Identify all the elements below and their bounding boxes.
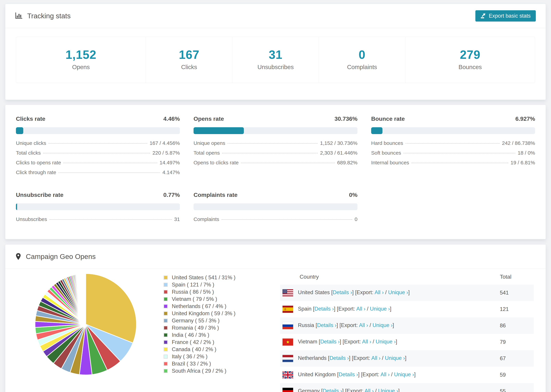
details-link[interactable]: Details › bbox=[315, 306, 334, 312]
tracking-stats-title: Tracking stats bbox=[15, 12, 71, 20]
legend-item-south-africa[interactable]: South Africa ( 29 / 2% ) bbox=[164, 367, 259, 375]
rate-value: 4.46% bbox=[163, 115, 180, 122]
rate-row-complaints: Complaints0 bbox=[194, 216, 357, 226]
leader-dots bbox=[241, 163, 335, 163]
rate-row-value: 14.497% bbox=[160, 160, 180, 166]
bracket: [ bbox=[316, 322, 317, 328]
us-flag-icon bbox=[283, 289, 293, 296]
rate-title: Clicks rate bbox=[16, 115, 45, 122]
total-value: 59 bbox=[500, 367, 534, 383]
legend-label: Canada ( 40 / 2% ) bbox=[172, 346, 216, 352]
export-unique-link[interactable]: Unique › bbox=[394, 371, 414, 378]
rate-row-value: 220 / 5.87% bbox=[152, 150, 180, 156]
export-all-link[interactable]: All › bbox=[359, 322, 368, 328]
export-unique-link[interactable]: Unique › bbox=[373, 322, 393, 328]
progress-fill bbox=[16, 127, 23, 134]
bracket: ] [Export: bbox=[352, 289, 374, 295]
total-value: 121 bbox=[500, 301, 534, 317]
legend-label: Vietnam ( 79 / 5% ) bbox=[172, 296, 217, 302]
legend-swatch bbox=[164, 333, 168, 337]
legend-swatch bbox=[164, 311, 168, 315]
export-all-link[interactable]: All › bbox=[365, 388, 374, 392]
rate-row-label: Opens to clicks rate bbox=[194, 160, 239, 166]
export-all-link[interactable]: All › bbox=[362, 339, 371, 345]
export-basic-stats-button[interactable]: Export basic stats bbox=[475, 10, 536, 21]
leader-dots bbox=[63, 163, 157, 163]
details-link[interactable]: Details › bbox=[339, 371, 358, 378]
rate-rows: Hard bounces242 / 86.738%Soft bounces18 … bbox=[371, 140, 535, 169]
legend-item-canada[interactable]: Canada ( 40 / 2% ) bbox=[164, 346, 259, 353]
geo-pie-chart bbox=[5, 269, 139, 377]
total-value: 55 bbox=[500, 383, 534, 392]
legend-item-italy[interactable]: Italy ( 36 / 2% ) bbox=[164, 353, 259, 360]
legend-item-france[interactable]: France ( 42 / 2% ) bbox=[164, 339, 259, 346]
export-all-link[interactable]: All › bbox=[371, 355, 380, 361]
rate-title: Opens rate bbox=[194, 115, 224, 122]
export-unique-link[interactable]: Unique › bbox=[388, 289, 408, 295]
legend-item-vietnam[interactable]: Vietnam ( 79 / 5% ) bbox=[164, 295, 259, 303]
bracket: ] bbox=[408, 289, 410, 295]
rate-row-value: 0 bbox=[354, 216, 357, 222]
export-all-link[interactable]: All › bbox=[374, 289, 384, 295]
rate-row-total-clicks: Total clicks220 / 5.87% bbox=[16, 150, 180, 160]
rate-row-label: Complaints bbox=[194, 216, 219, 222]
export-all-link[interactable]: All › bbox=[356, 306, 365, 312]
bracket: ] bbox=[393, 322, 394, 328]
de-flag-icon bbox=[283, 388, 293, 392]
stats-row: 1,152Opens167Clicks31Unsubscribes0Compla… bbox=[16, 37, 535, 83]
rate-row-value: 4.147% bbox=[162, 169, 180, 175]
stat-value: 31 bbox=[232, 48, 319, 62]
rate-head: Unsubscribe rate0.77% bbox=[16, 192, 180, 198]
legend-item-spain[interactable]: Spain ( 121 / 7% ) bbox=[164, 281, 259, 288]
country-name: Spain bbox=[298, 306, 313, 312]
export-unique-link[interactable]: Unique › bbox=[385, 355, 405, 361]
geo-title: Campaign Geo Opens bbox=[26, 253, 96, 261]
legend-item-romania[interactable]: Romania ( 49 / 3% ) bbox=[164, 324, 259, 331]
progress-fill bbox=[194, 127, 244, 134]
rate-title: Complaints rate bbox=[194, 192, 238, 198]
rate-row-internal-bounces: Internal bounces19 / 6.81% bbox=[371, 160, 535, 169]
legend-label: South Africa ( 29 / 2% ) bbox=[172, 368, 226, 374]
rate-row-label: Internal bounces bbox=[371, 160, 409, 166]
legend-swatch bbox=[164, 340, 168, 344]
rate-row-value: 1,152 / 30.736% bbox=[320, 140, 357, 146]
details-link[interactable]: Details › bbox=[317, 322, 337, 328]
legend-item-brazil[interactable]: Brazil ( 33 / 2% ) bbox=[164, 360, 259, 367]
details-link[interactable]: Details › bbox=[329, 355, 349, 361]
rate-card-complaints-rate: Complaints rate0%Complaints0 bbox=[194, 192, 357, 226]
details-link[interactable]: Details › bbox=[323, 388, 342, 392]
details-link[interactable]: Details › bbox=[320, 339, 340, 345]
stat-value: 0 bbox=[319, 48, 405, 62]
legend-label: Italy ( 36 / 2% ) bbox=[172, 354, 207, 360]
legend-item-india[interactable]: India ( 46 / 3% ) bbox=[164, 331, 259, 339]
bracket: ] bbox=[414, 371, 416, 378]
export-unique-link[interactable]: Unique › bbox=[378, 388, 398, 392]
country-cell: United Kingdom [Details ›] [Export: All … bbox=[280, 367, 500, 383]
legend-item-germany[interactable]: Germany ( 55 / 3% ) bbox=[164, 317, 259, 324]
export-all-link[interactable]: All › bbox=[380, 371, 389, 378]
stat-value: 1,152 bbox=[16, 48, 146, 62]
rate-rows: Unique opens1,152 / 30.736%Total opens2,… bbox=[194, 140, 357, 169]
tracking-stats-panel: Tracking stats Export basic stats 1,152O… bbox=[5, 4, 546, 100]
export-unique-link[interactable]: Unique › bbox=[370, 306, 390, 312]
legend-item-united-states[interactable]: United States ( 541 / 31% ) bbox=[164, 274, 259, 281]
legend-item-russia[interactable]: Russia ( 86 / 5% ) bbox=[164, 288, 259, 295]
details-link[interactable]: Details › bbox=[333, 289, 352, 295]
stat-card-unsubscribes: 31Unsubscribes bbox=[232, 37, 319, 83]
slash: / bbox=[368, 322, 373, 328]
rate-row-label: Hard bounces bbox=[371, 140, 403, 146]
rate-value: 30.736% bbox=[335, 115, 357, 122]
rate-value: 6.927% bbox=[516, 115, 535, 122]
legend-swatch bbox=[164, 319, 168, 323]
legend-item-united-kingdom[interactable]: United Kingdom ( 59 / 3% ) bbox=[164, 310, 259, 317]
stat-label: Opens bbox=[16, 64, 146, 70]
gb-flag-icon bbox=[283, 371, 293, 378]
country-name: Germany bbox=[298, 388, 321, 392]
legend-swatch bbox=[164, 326, 168, 330]
export-unique-link[interactable]: Unique › bbox=[376, 339, 396, 345]
bracket: ] [Export: bbox=[349, 355, 371, 361]
stat-card-complaints: 0Complaints bbox=[319, 37, 405, 83]
ru-flag-icon bbox=[283, 322, 293, 329]
legend-item-netherlands[interactable]: Netherlands ( 67 / 4% ) bbox=[164, 303, 259, 310]
rate-row-value: 242 / 86.738% bbox=[502, 140, 535, 146]
